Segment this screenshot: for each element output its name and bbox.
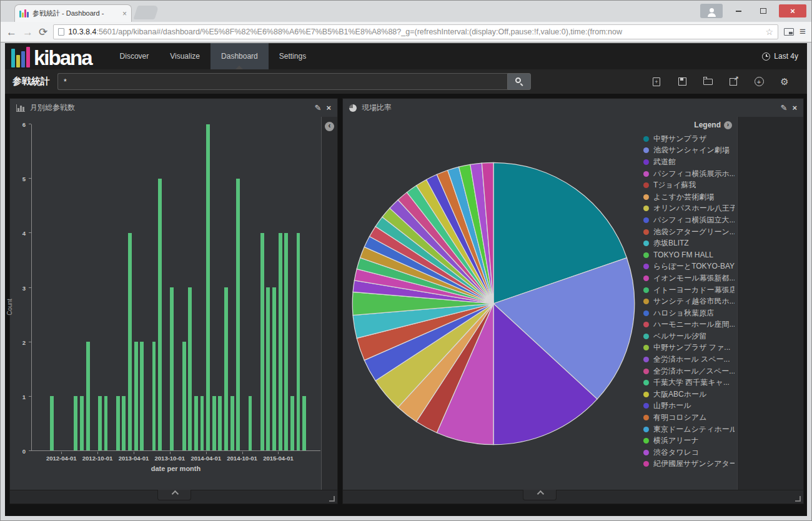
panel-pie-header[interactable]: 現場比率 ✎ × <box>343 99 803 117</box>
nav-tab-discover[interactable]: Discover <box>109 43 160 69</box>
bar[interactable] <box>236 179 240 450</box>
browser-tab[interactable]: 参戦統計 - Dashboard - × <box>14 4 132 22</box>
bar[interactable] <box>104 396 108 450</box>
collapse-panel-tab[interactable] <box>157 490 191 500</box>
new-dashboard-button[interactable]: + <box>651 77 661 87</box>
legend-item[interactable]: 中野サンプラザ <box>643 133 735 145</box>
legend-item[interactable]: 東京ドームシティホール <box>643 424 735 435</box>
bar[interactable] <box>140 342 144 450</box>
legend-item[interactable]: 有明コロシアム <box>643 412 735 424</box>
bar[interactable] <box>122 396 126 450</box>
bar[interactable] <box>249 396 252 450</box>
bar[interactable] <box>230 396 234 450</box>
bar[interactable] <box>86 342 90 450</box>
collapse-panel-tab[interactable] <box>523 490 557 500</box>
legend-item[interactable]: TOKYO FM HALL <box>643 249 735 261</box>
maximize-button[interactable] <box>754 4 773 17</box>
remove-panel-icon[interactable]: × <box>792 104 797 112</box>
bar[interactable] <box>266 287 270 450</box>
nav-tab-visualize[interactable]: Visualize <box>159 43 210 69</box>
legend-item[interactable]: 全労済ホール スペー... <box>643 354 735 365</box>
search-button[interactable] <box>507 73 531 90</box>
edit-visualization-icon[interactable]: ✎ <box>781 104 788 112</box>
legend-collapse-toggle[interactable]: › <box>724 121 732 129</box>
legend-item[interactable]: 池袋サンシャイン劇場 <box>643 145 735 157</box>
legend-item[interactable]: ベルサール汐留 <box>643 330 735 342</box>
bar[interactable] <box>212 396 216 450</box>
legend-item[interactable]: 横浜アリーナ <box>643 435 735 447</box>
legend-item[interactable]: 渋谷タワレコ <box>643 447 735 459</box>
save-dashboard-button[interactable] <box>677 77 687 87</box>
bar[interactable] <box>74 396 77 450</box>
legend-item[interactable]: ハーモニーホール座間... <box>643 319 735 331</box>
reload-button[interactable]: ⟳ <box>39 27 47 37</box>
legend-item[interactable]: 中野サンプラザ ファ... <box>643 342 735 354</box>
bar[interactable] <box>98 396 102 450</box>
profile-avatar-button[interactable] <box>700 4 723 18</box>
legend-item[interactable]: 大阪ABCホール <box>643 389 735 400</box>
time-picker[interactable]: Last 4y <box>762 43 807 69</box>
legend-item[interactable]: 赤坂BLITZ <box>643 237 735 249</box>
load-dashboard-button[interactable] <box>703 77 713 87</box>
legend-expand-toggle[interactable]: ‹ <box>325 122 334 131</box>
legend-item[interactable]: 山野ホール <box>643 400 735 412</box>
bookmark-star-icon[interactable]: ☆ <box>766 27 774 37</box>
legend-item[interactable]: パシフィコ横浜展示ホ... <box>643 168 735 180</box>
tab-close-icon[interactable]: × <box>122 11 127 17</box>
legend-item[interactable]: サンシティ越谷市民ホ... <box>643 295 735 307</box>
legend-item[interactable]: 全労済ホール／スペー... <box>643 365 735 377</box>
screencast-icon[interactable] <box>784 28 794 36</box>
legend-item[interactable]: ハロショ秋葉原店 <box>643 307 735 319</box>
bar[interactable] <box>302 396 306 450</box>
bar[interactable] <box>194 396 198 450</box>
forward-button[interactable]: → <box>22 27 33 37</box>
query-input[interactable] <box>57 73 507 90</box>
share-dashboard-button[interactable]: ↗ <box>728 77 738 87</box>
remove-panel-icon[interactable]: × <box>326 104 331 112</box>
resize-handle[interactable] <box>329 496 335 502</box>
bar[interactable] <box>134 342 138 450</box>
panel-bar-header[interactable]: 月別総参戦数 ✎ × <box>10 99 337 117</box>
close-window-button[interactable]: × <box>779 4 806 17</box>
browser-menu-icon[interactable]: ≡ <box>800 26 806 38</box>
legend-item[interactable]: イオンモール幕張新都... <box>643 272 735 284</box>
bar[interactable] <box>80 396 84 450</box>
edit-visualization-icon[interactable]: ✎ <box>315 104 322 112</box>
bar[interactable] <box>218 396 222 450</box>
legend-item[interactable]: 紀伊國屋サザンシアター <box>643 459 735 470</box>
address-bar[interactable]: 10.3.8.4:5601/app/kibana#/dashboard/%E5%… <box>53 24 778 39</box>
options-button[interactable]: ⚙ <box>780 77 790 87</box>
bar[interactable] <box>206 124 210 450</box>
back-button[interactable]: ← <box>6 27 17 37</box>
bar[interactable] <box>297 233 300 450</box>
bar[interactable] <box>50 396 54 450</box>
legend-item[interactable]: 武道館 <box>643 156 735 168</box>
bar[interactable] <box>279 233 282 450</box>
bar[interactable] <box>116 396 120 450</box>
bar[interactable] <box>152 342 156 450</box>
bar[interactable] <box>224 287 228 450</box>
bar[interactable] <box>170 287 174 450</box>
legend-item[interactable]: オリンパスホール八王子 <box>643 203 735 215</box>
resize-handle[interactable] <box>795 496 801 502</box>
legend-item[interactable]: 池袋シアターグリーン... <box>643 226 735 238</box>
new-tab-button[interactable] <box>133 6 159 19</box>
legend-item[interactable]: 千葉大学 西千葉キャ... <box>643 377 735 389</box>
bar[interactable] <box>182 342 186 450</box>
url-text[interactable]: 10.3.8.4:5601/app/kibana#/dashboard/%E5%… <box>68 27 761 36</box>
kibana-logo[interactable]: kibana <box>5 43 101 69</box>
bar[interactable] <box>188 287 192 450</box>
bar[interactable] <box>158 179 162 450</box>
minimize-button[interactable] <box>729 4 748 17</box>
bar[interactable] <box>201 396 204 450</box>
bar[interactable] <box>284 233 288 450</box>
bar[interactable] <box>128 233 132 450</box>
legend-item[interactable]: よこすか芸術劇場 <box>643 191 735 203</box>
bar[interactable] <box>290 396 294 450</box>
legend-item[interactable]: イトーヨーカドー幕張店 <box>643 284 735 296</box>
nav-tab-settings[interactable]: Settings <box>269 43 317 69</box>
legend-item[interactable]: パシフィコ横浜国立大... <box>643 214 735 226</box>
legend-item[interactable]: Tジョイ蘇我 <box>643 179 735 191</box>
add-visualization-button[interactable]: + <box>754 77 764 87</box>
bar[interactable] <box>272 287 276 450</box>
